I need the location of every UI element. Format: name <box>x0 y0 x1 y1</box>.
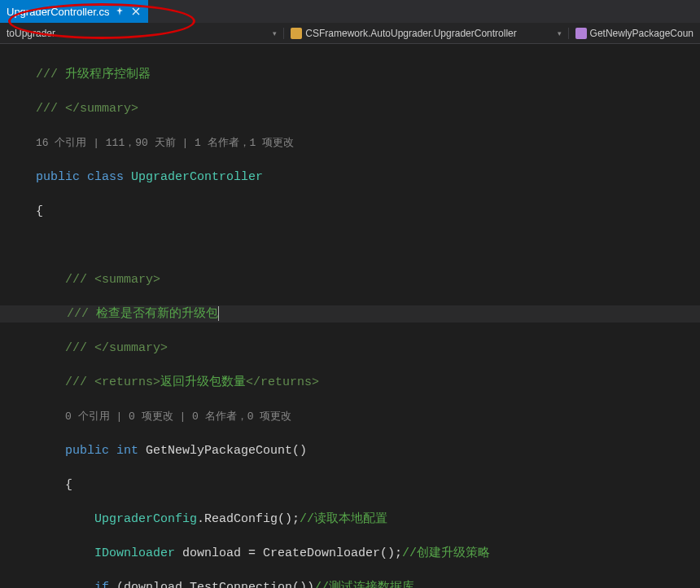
type: UpgraderConfig <box>94 512 197 526</box>
text-caret <box>218 306 219 321</box>
nav-class-dropdown[interactable]: CSFramework.AutoUpgrader.UpgraderControl… <box>284 28 568 39</box>
comment: //读取本地配置 <box>300 512 387 526</box>
file-tab-active[interactable]: UpgraderController.cs <box>0 0 148 23</box>
xml-doc: /// <box>65 273 94 287</box>
xml-tag: <returns> <box>94 375 160 389</box>
nav-namespace-dropdown[interactable]: toUpgrader ▾ <box>0 28 284 39</box>
navigation-bar: toUpgrader ▾ CSFramework.AutoUpgrader.Up… <box>0 23 700 44</box>
code-editor[interactable]: /// 升级程序控制器 /// </summary> 16 个引用 | 111，… <box>0 44 700 588</box>
xml-tag: </summary> <box>94 341 168 355</box>
kw: int <box>116 444 138 458</box>
chevron-down-icon: ▾ <box>273 29 277 37</box>
xml-doc: /// <box>36 68 65 81</box>
code-text: download = CreateDownloader(); <box>175 546 402 560</box>
xml-tag: <summary> <box>94 273 160 287</box>
xml-doc-text: 检查是否有新的升级包 <box>96 307 218 321</box>
nav-member-dropdown[interactable]: GetNewlyPackageCoun <box>569 28 700 39</box>
method-icon <box>575 28 587 39</box>
code-text: (download.TestConnection()) <box>109 581 314 588</box>
codelens-refs[interactable]: 16 个引用 | 111，90 天前 | 1 名作者，1 项更改 <box>36 137 294 149</box>
pin-icon[interactable] <box>114 6 125 17</box>
xml-doc-text: 升级程序控制器 <box>65 68 151 81</box>
type: IDownloader <box>94 546 175 560</box>
xml-doc: /// <box>67 307 96 321</box>
kw: class <box>87 170 124 184</box>
nav-namespace-label: toUpgrader <box>7 28 55 39</box>
chevron-down-icon: ▾ <box>558 29 562 37</box>
tab-label: UpgraderController.cs <box>7 6 109 18</box>
codelens-refs[interactable]: 0 个引用 | 0 项更改 | 0 名作者，0 项更改 <box>65 410 291 423</box>
parens: () <box>292 444 307 458</box>
xml-doc: /// <box>36 102 65 116</box>
close-icon[interactable] <box>130 6 142 17</box>
xml-tag: </returns> <box>246 375 319 389</box>
comment: //创建升级策略 <box>402 546 490 560</box>
brace: { <box>65 478 72 492</box>
tab-bar: UpgraderController.cs <box>0 0 700 23</box>
method-name: GetNewlyPackageCount <box>146 444 292 458</box>
nav-member-label: GetNewlyPackageCoun <box>590 28 693 39</box>
xml-tag: </summary> <box>65 102 138 116</box>
brace: { <box>36 204 43 218</box>
type: UpgraderController <box>131 170 263 184</box>
class-icon <box>291 28 302 39</box>
code-text: .ReadConfig(); <box>197 512 300 526</box>
xml-doc-text: 返回升级包数量 <box>160 375 246 389</box>
comment: //测试连接数据库 <box>314 581 414 588</box>
kw: public <box>36 170 80 184</box>
kw: if <box>94 581 109 588</box>
kw: public <box>65 444 109 458</box>
nav-class-label: CSFramework.AutoUpgrader.UpgraderControl… <box>305 28 516 39</box>
xml-doc: /// <box>65 341 94 355</box>
xml-doc: /// <box>65 375 94 389</box>
